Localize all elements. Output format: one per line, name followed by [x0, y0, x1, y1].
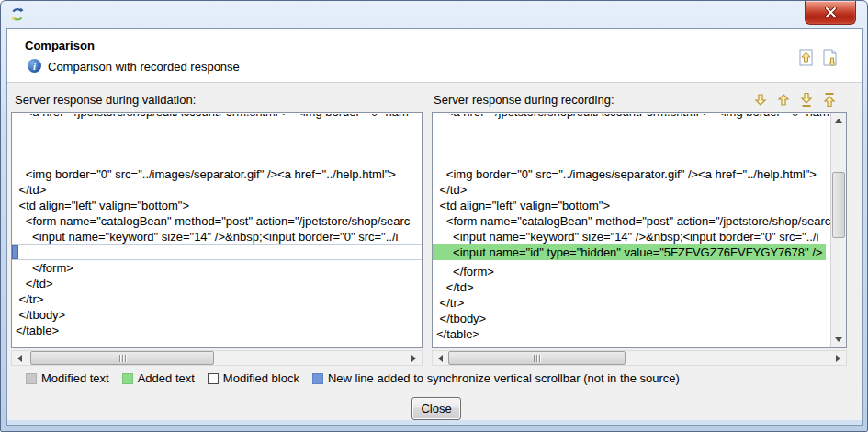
scroll-left-button[interactable]	[12, 351, 28, 365]
scroll-right-button[interactable]	[830, 351, 846, 365]
code-line: <img border="0" src="../images/separator…	[16, 166, 422, 182]
previous-difference-icon[interactable]	[776, 92, 791, 108]
legend-label: Modified block	[223, 371, 299, 385]
code-line: </table>	[436, 326, 846, 342]
last-difference-icon[interactable]	[799, 92, 814, 108]
code-line	[16, 135, 422, 151]
validation-response-panel[interactable]: <a href="/jpetstore/shop/editAccountForm…	[11, 112, 423, 348]
code-line: </tbody>	[436, 311, 846, 326]
code-line: <form name="catalogBean" method="post" a…	[436, 213, 846, 229]
right-panel-label: Server response during recording:	[434, 93, 614, 107]
header-subtitle: Comparison with recorded response	[48, 60, 240, 74]
horizontal-scrollbar-thumb[interactable]	[30, 351, 214, 365]
right-horizontal-scrollbar[interactable]	[432, 350, 847, 366]
left-panel-label: Server response during validation:	[15, 93, 196, 107]
code-line	[436, 151, 846, 166]
code-line: <img border="0" src="../images/separator…	[436, 166, 846, 182]
export-response-down-icon[interactable]	[821, 48, 840, 68]
footer-strip	[7, 420, 862, 425]
code-line: </td>	[16, 276, 422, 291]
legend-swatch	[312, 373, 323, 384]
legend-label: Modified text	[41, 371, 109, 385]
dialog-body: Comparison i Comparison with recorded re…	[6, 28, 863, 426]
code-line: <a href="/jpetstore/shop/editAccountForm…	[436, 114, 846, 119]
code-line: </td>	[436, 279, 846, 295]
close-window-button[interactable]	[805, 1, 856, 25]
code-line: <form name="catalogBean" method="post" a…	[16, 213, 422, 229]
recording-response-panel[interactable]: <a href="/jpetstore/shop/editAccountForm…	[432, 112, 847, 348]
code-line	[16, 119, 422, 135]
code-line: <td align="left" valign="bottom">	[16, 198, 422, 213]
vertical-scrollbar-thumb[interactable]	[832, 172, 845, 238]
title-bar[interactable]	[1, 1, 867, 28]
code-line: </td>	[436, 182, 846, 198]
code-line: </td>	[16, 182, 422, 198]
validation-code-view: <a href="/jpetstore/shop/editAccountForm…	[12, 113, 422, 347]
next-difference-icon[interactable]	[753, 92, 768, 108]
legend-swatch	[26, 373, 37, 384]
recording-code-view: <a href="/jpetstore/shop/editAccountForm…	[433, 113, 846, 347]
comparison-dialog: Comparison i Comparison with recorded re…	[0, 0, 868, 432]
left-horizontal-scrollbar[interactable]	[11, 350, 423, 366]
difference-nav-toolbar	[753, 92, 837, 108]
code-line: <input name="keyword" size="14" />&nbsp;…	[436, 229, 846, 244]
scroll-right-button[interactable]	[406, 351, 422, 365]
scroll-up-button[interactable]	[831, 113, 846, 129]
scroll-left-button[interactable]	[433, 351, 448, 365]
code-line: <input name="keyword" size="14" />&nbsp;…	[16, 229, 422, 244]
info-icon: i	[28, 59, 41, 73]
dialog-header: Comparison i Comparison with recorded re…	[7, 29, 862, 83]
code-line: </tr>	[436, 295, 846, 311]
close-icon	[825, 7, 837, 17]
vertical-scrollbar[interactable]	[830, 113, 846, 347]
code-line: </table>	[16, 323, 422, 338]
legend-swatch	[122, 373, 133, 384]
code-line: </form>	[436, 264, 846, 279]
compare-refresh-icon	[9, 6, 26, 23]
legend-swatch	[208, 373, 219, 384]
scroll-down-button[interactable]	[831, 332, 846, 347]
sync-line-marker	[12, 245, 18, 259]
code-line-added: <input name="id" type="hidden" value="5F…	[433, 244, 826, 260]
code-line	[436, 119, 846, 135]
close-button[interactable]: Close	[411, 397, 461, 420]
horizontal-scrollbar-thumb[interactable]	[448, 351, 626, 365]
page-title: Comparison	[25, 39, 95, 52]
export-response-up-icon[interactable]	[797, 48, 816, 68]
code-line: </tbody>	[16, 307, 422, 323]
sync-placeholder-line	[12, 244, 422, 260]
first-difference-icon[interactable]	[822, 92, 837, 108]
legend-label: New line added to synchronize vertical s…	[328, 371, 680, 385]
code-line: </tr>	[16, 291, 422, 307]
legend: Modified textAdded textModified blockNew…	[26, 371, 680, 385]
code-line: </form>	[16, 260, 422, 276]
legend-label: Added text	[138, 371, 195, 385]
code-line: <td align="left" valign="bottom">	[436, 198, 846, 213]
code-line	[16, 151, 422, 166]
code-line	[436, 135, 846, 151]
code-line: <a href="/jpetstore/shop/editAccountForm…	[16, 114, 422, 119]
